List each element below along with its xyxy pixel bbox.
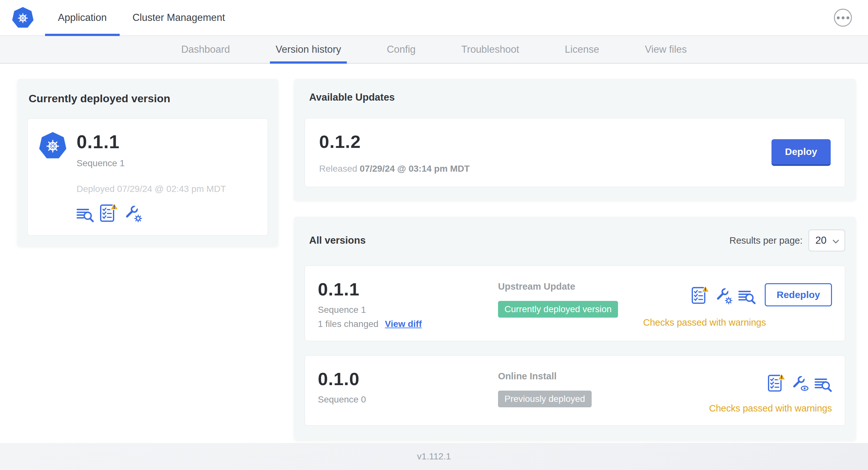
preflight-status-link[interactable]: Checks passed with warnings [643, 317, 832, 328]
tab-version-history[interactable]: Version history [273, 36, 344, 63]
tab-cluster-management-label: Cluster Management [132, 12, 225, 24]
edit-config-icon[interactable] [124, 204, 142, 223]
all-versions-card: All versions Results per page: 20 0.1.1 … [294, 217, 856, 440]
available-updates-card: Available Updates 0.1.2 Released 07/29/2… [294, 79, 856, 201]
currently-deployed-badge: Currently deployed version [498, 301, 618, 317]
app-footer: v1.112.1 [0, 443, 868, 470]
row-sequence: Sequence 1 [318, 305, 498, 315]
currently-deployed-card: Currently deployed version [17, 79, 278, 246]
app-tabs: Application Cluster Management [45, 0, 238, 35]
view-diff-link[interactable]: View diff [385, 319, 422, 329]
row-sequence: Sequence 0 [318, 395, 498, 405]
kubernetes-app-icon [39, 131, 66, 223]
tab-troubleshoot[interactable]: Troubleshoot [459, 36, 522, 63]
release-notes-icon[interactable] [738, 290, 756, 304]
kubernetes-logo-icon [12, 7, 33, 28]
ellipsis-icon [837, 16, 840, 19]
ellipsis-menu-button[interactable] [834, 9, 852, 27]
currently-deployed-version-card: 0.1.1 Sequence 1 Deployed 07/29/24 @ 02:… [27, 118, 268, 236]
preflight-checks-warning-icon[interactable] [691, 285, 709, 304]
available-updates-title: Available Updates [309, 92, 845, 103]
results-per-page-select[interactable]: 20 [808, 230, 845, 251]
version-source-label: Online Install [498, 371, 709, 381]
tab-license[interactable]: License [562, 36, 602, 63]
release-notes-icon[interactable] [76, 208, 94, 223]
currently-deployed-title: Currently deployed version [29, 92, 268, 105]
row-version-number: 0.1.1 [318, 279, 498, 300]
preflight-checks-warning-icon[interactable] [100, 203, 118, 223]
tab-cluster-management[interactable]: Cluster Management [120, 0, 238, 35]
all-versions-title: All versions [309, 235, 366, 246]
release-notes-icon[interactable] [815, 377, 832, 392]
edit-config-icon[interactable] [715, 287, 733, 304]
tab-config[interactable]: Config [384, 36, 418, 63]
tab-application-label: Application [58, 12, 107, 24]
preflight-checks-warning-icon[interactable] [768, 373, 786, 392]
app-subnav: Dashboard Version history Config Trouble… [0, 36, 868, 64]
available-update-row: 0.1.2 Released 07/29/24 @ 03:14 pm MDT D… [305, 118, 845, 187]
redeploy-button[interactable]: Redeploy [765, 283, 832, 306]
deployed-version-number: 0.1.1 [76, 131, 226, 153]
row-version-number: 0.1.0 [318, 368, 498, 389]
deploy-button[interactable]: Deploy [772, 139, 831, 166]
deployed-timestamp: Deployed 07/29/24 @ 02:43 pm MDT [76, 184, 226, 194]
chevron-down-icon [832, 235, 839, 246]
version-row-0-1-1: 0.1.1 Sequence 1 1 files changed View di… [305, 266, 845, 341]
tab-view-files[interactable]: View files [642, 36, 689, 63]
previously-deployed-badge: Previously deployed [498, 391, 592, 407]
version-source-label: Upstream Update [498, 281, 643, 292]
version-row-0-1-0: 0.1.0 Sequence 0 Online Install Previous… [305, 355, 845, 426]
update-version-number: 0.1.2 [319, 131, 470, 152]
tab-application[interactable]: Application [45, 0, 120, 35]
deployed-sequence: Sequence 1 [76, 158, 226, 168]
preflight-status-link[interactable]: Checks passed with warnings [709, 403, 832, 414]
main-content: Currently deployed version [0, 64, 868, 443]
view-config-icon[interactable] [792, 375, 809, 392]
update-released-timestamp: Released 07/29/24 @ 03:14 pm MDT [319, 164, 470, 174]
files-changed-label: 1 files changed [318, 319, 378, 329]
console-version-label: v1.112.1 [417, 451, 451, 462]
results-per-page-label: Results per page: [729, 235, 802, 246]
top-bar: Application Cluster Management [0, 0, 868, 36]
tab-dashboard[interactable]: Dashboard [179, 36, 232, 63]
